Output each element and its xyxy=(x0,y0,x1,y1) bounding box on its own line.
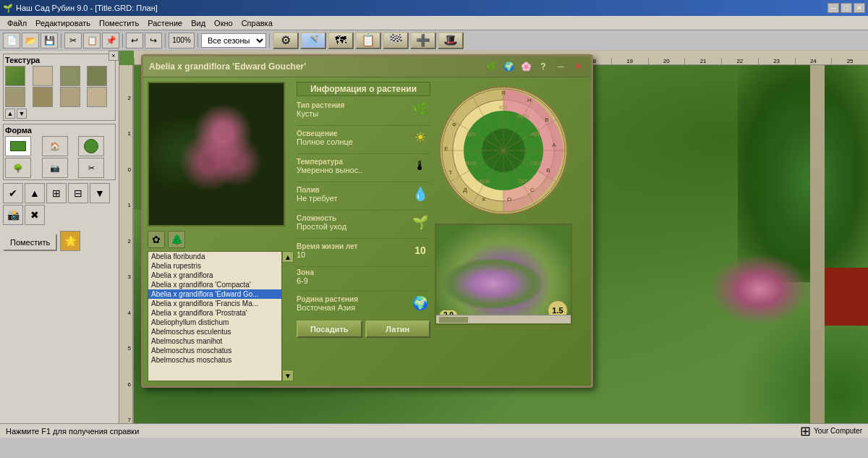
save-button[interactable]: 💾 xyxy=(41,33,58,48)
dialog-btn-3[interactable]: 🌸 xyxy=(519,59,533,74)
thumb-scrollbar[interactable] xyxy=(436,315,571,323)
tb-cross-icon[interactable]: ➕ xyxy=(410,32,436,49)
texture-item-3[interactable] xyxy=(60,66,80,86)
plant-list-item-8[interactable]: Abelmoschus esculentus xyxy=(148,327,281,336)
sidebar-close-button[interactable]: × xyxy=(109,51,119,61)
texture-arrow-left[interactable]: ▲ xyxy=(5,109,15,119)
redo-button[interactable]: ↪ xyxy=(145,33,162,48)
texture-item-2[interactable] xyxy=(33,66,53,86)
place-button[interactable]: Поместить xyxy=(3,234,57,251)
tb-hat-icon[interactable]: 🎩 xyxy=(438,32,464,49)
plant-list-item-9[interactable]: Abelmoschus manihot xyxy=(148,336,281,346)
texture-item-5[interactable] xyxy=(5,87,25,107)
plant-list-item-0[interactable]: Abelia floribunda xyxy=(148,252,281,261)
tool-up[interactable]: ▲ xyxy=(25,183,45,203)
tb-settings-icon[interactable]: ⚙ xyxy=(273,32,299,49)
plant-list[interactable]: Abelia floribunda Abelia rupestris Abeli… xyxy=(148,251,282,381)
new-button[interactable]: 📄 xyxy=(3,33,20,48)
plant-list-item-5[interactable]: Abelia x grandiflora 'Francis Ma... xyxy=(148,299,281,308)
forma-section: Форма 🏠 🌳 📷 ✂ xyxy=(3,124,116,180)
canvas-scroll-corner[interactable] xyxy=(856,412,868,423)
plant-button[interactable]: Посадить xyxy=(297,321,362,338)
forma-tree[interactable]: 🌳 xyxy=(5,158,31,178)
forma-scissors[interactable]: ✂ xyxy=(78,158,104,178)
plant-attr-lifespan: Время жизни лет xyxy=(297,242,407,250)
place-icon-btn[interactable]: 🌟 xyxy=(60,231,80,251)
forma-camera[interactable]: 📷 xyxy=(42,158,68,178)
dialog-question[interactable]: ? xyxy=(536,59,550,74)
minimize-button[interactable]: ─ xyxy=(827,3,839,13)
garden-canvas[interactable]: 6 7 8 9 10 11 12 13 14 15 16 17 18 19 20… xyxy=(119,51,868,423)
texture-item-6[interactable] xyxy=(33,87,53,107)
season-dropdown[interactable]: Все сезоны xyxy=(201,33,266,48)
tool-fence2[interactable]: ⊟ xyxy=(68,183,88,203)
tool-check[interactable]: ✔ xyxy=(3,183,23,203)
tb-texture-icon[interactable]: 🏁 xyxy=(383,32,409,49)
list-scroll-down[interactable]: ▼ xyxy=(282,370,294,381)
thumb-shrub xyxy=(443,258,542,309)
plant-list-item-2[interactable]: Abelia x grandiflora xyxy=(148,271,281,280)
plant-list-item-7[interactable]: Abeliophyllum distichum xyxy=(148,318,281,327)
menu-help[interactable]: Справка xyxy=(237,17,277,29)
garden-flowers-pink xyxy=(709,253,810,326)
close-button[interactable]: ✕ xyxy=(854,3,865,13)
tool-camera2[interactable]: 📸 xyxy=(3,205,23,225)
plant-dialog-body: ✿ 🌲 Abelia floribunda Abelia rupestris A… xyxy=(143,77,591,386)
tool-fence1[interactable]: ⊞ xyxy=(46,183,67,203)
tool-cross[interactable]: ✖ xyxy=(25,205,45,225)
dialog-btn-2[interactable]: 🌍 xyxy=(501,59,516,74)
maximize-button[interactable]: □ xyxy=(841,3,852,13)
plant-icon-lifespan: 10 xyxy=(410,240,430,260)
menu-file[interactable]: Файл xyxy=(3,17,31,29)
menu-place[interactable]: Поместить xyxy=(95,17,143,29)
menu-window[interactable]: Окно xyxy=(210,17,237,29)
latin-button[interactable]: Латин xyxy=(365,321,431,338)
forma-rect[interactable] xyxy=(5,136,31,156)
menu-view[interactable]: Вид xyxy=(187,17,210,29)
plant-info-light-texts: Освещение Полное солнце xyxy=(297,130,407,146)
plant-attr-origin: Родина растения xyxy=(297,295,407,303)
menu-plant[interactable]: Растение xyxy=(143,17,187,29)
tb-plants-icon[interactable]: 📋 xyxy=(355,32,381,49)
open-button[interactable]: 📂 xyxy=(22,33,39,48)
plant-right-panel: Я Н В А В С О К Д Т Е Ф xyxy=(435,82,576,381)
menu-edit[interactable]: Редактировать xyxy=(31,17,95,29)
ruler-v-6: 6 xyxy=(119,352,133,388)
ruler-v-1: 1 xyxy=(119,101,133,137)
dialog-close[interactable]: ✕ xyxy=(571,59,585,74)
tb-watering-icon[interactable]: 🚿 xyxy=(300,32,326,49)
texture-item-1[interactable] xyxy=(5,66,25,86)
paste-button[interactable]: 📌 xyxy=(102,33,119,48)
texture-item-8[interactable] xyxy=(87,87,107,107)
plant-list-item-10[interactable]: Abelmoschus moschatus xyxy=(148,346,281,355)
forma-house[interactable]: 🏠 xyxy=(42,136,68,156)
plant-list-item-1[interactable]: Abelia rupestris xyxy=(148,261,281,271)
menu-bar: Файл Редактировать Поместить Растение Ви… xyxy=(0,16,868,30)
cut-button[interactable]: ✂ xyxy=(64,33,82,48)
plant-list-item-3[interactable]: Abelia x grandiflora 'Compacta' xyxy=(148,280,281,289)
dialog-minimize[interactable]: ─ xyxy=(553,59,568,74)
texture-item-4[interactable] xyxy=(87,66,107,86)
list-scroll-arrows: ▲ ▼ xyxy=(282,251,292,381)
undo-button[interactable]: ↩ xyxy=(126,33,143,48)
plant-list-item-4[interactable]: Abelia x grandiflora 'Edward Go... xyxy=(148,289,281,299)
plant-attr-complexity: Сложность xyxy=(297,214,407,222)
tool-down[interactable]: ▼ xyxy=(90,183,110,203)
plant-list-item-11[interactable]: Abelmoschus moschatus xyxy=(148,355,281,365)
svg-text:ЯНВ: ЯНВ xyxy=(466,161,477,166)
sep-3 xyxy=(165,33,166,48)
tb-map-icon[interactable]: 🗺 xyxy=(328,32,354,49)
list-scroll-up[interactable]: ▲ xyxy=(282,251,294,263)
plant-list-item-6[interactable]: Abelia x grandiflora 'Prostrata' xyxy=(148,308,281,318)
svg-text:ДЕК: ДЕК xyxy=(466,132,476,137)
plant-icon-flower[interactable]: ✿ xyxy=(148,231,165,248)
forma-circle[interactable] xyxy=(78,136,104,156)
plant-icon-tree[interactable]: 🌲 xyxy=(168,231,185,248)
title-bar-left: 🌱 Наш Сад Рубин 9.0 - [Title.GRD: План] xyxy=(3,4,158,13)
texture-item-7[interactable] xyxy=(60,87,80,107)
dialog-btn-1[interactable]: 🌿 xyxy=(484,59,498,74)
copy-button[interactable]: 📋 xyxy=(83,33,101,48)
texture-arrow-right[interactable]: ▼ xyxy=(17,109,27,119)
plant-icon-type: 🌿 xyxy=(410,99,430,119)
ruler-v-7: 7 xyxy=(119,388,133,424)
